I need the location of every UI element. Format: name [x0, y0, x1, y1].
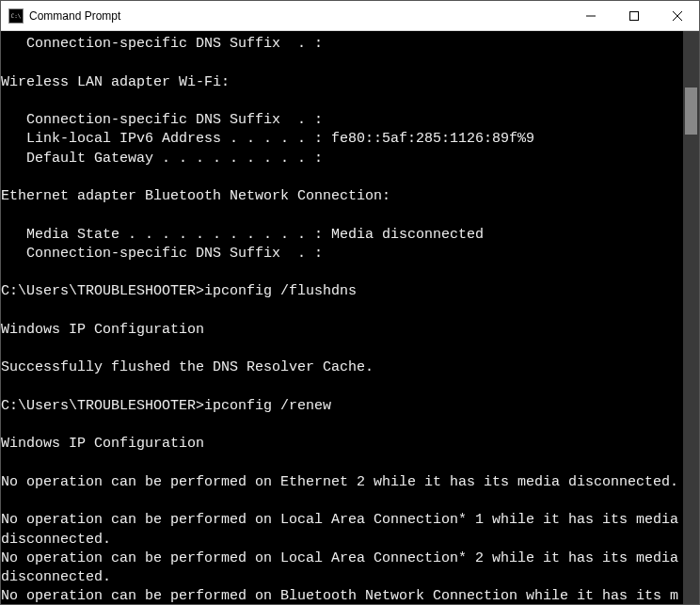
- console-output[interactable]: Connection-specific DNS Suffix . : Wirel…: [1, 31, 683, 604]
- vertical-scrollbar[interactable]: [683, 31, 699, 604]
- maximize-button[interactable]: [612, 1, 656, 30]
- scrollbar-thumb[interactable]: [685, 88, 697, 135]
- console-area: Connection-specific DNS Suffix . : Wirel…: [1, 31, 699, 604]
- close-icon: [673, 11, 682, 21]
- titlebar: Command Prompt: [1, 1, 699, 31]
- cmd-icon: [8, 8, 24, 24]
- svg-rect-1: [630, 11, 639, 20]
- minimize-button[interactable]: [569, 1, 612, 30]
- command-prompt-window: Command Prompt Connection-specific DNS S…: [0, 0, 700, 605]
- window-title: Command Prompt: [29, 9, 120, 23]
- maximize-icon: [629, 11, 639, 21]
- window-controls: [569, 1, 699, 30]
- close-button[interactable]: [656, 1, 699, 30]
- minimize-icon: [586, 11, 596, 21]
